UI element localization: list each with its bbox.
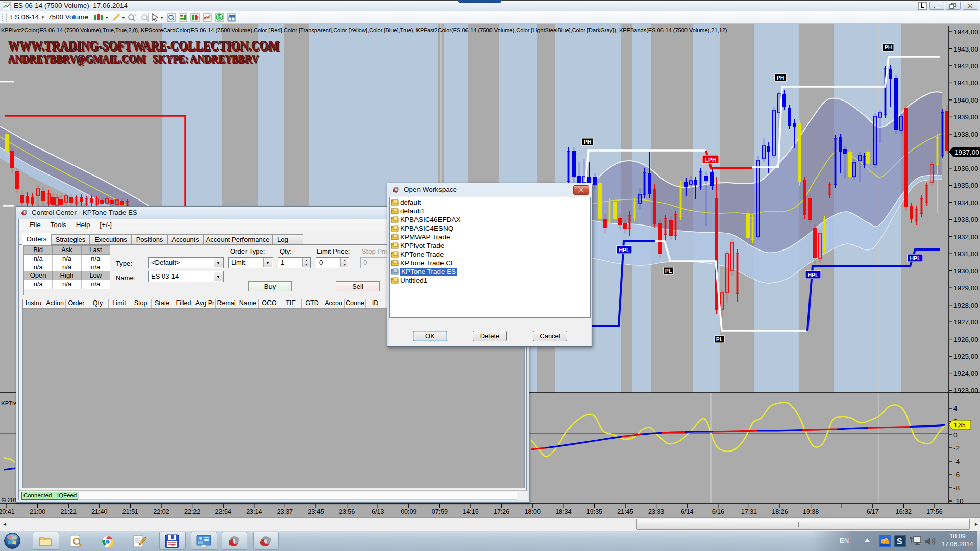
svg-text:23:37: 23:37 bbox=[277, 508, 293, 515]
svg-text:PH: PH bbox=[885, 44, 892, 51]
svg-text:PL: PL bbox=[716, 336, 723, 342]
svg-text:16:32: 16:32 bbox=[896, 508, 912, 515]
svg-text:$: $ bbox=[218, 14, 221, 20]
svg-text:HPL: HPL bbox=[808, 272, 819, 278]
svg-text:-8: -8 bbox=[953, 484, 960, 492]
svg-text:KPPivot2Color(ES 06-14 (7500 V: KPPivot2Color(ES 06-14 (7500 Volume),Tru… bbox=[1, 27, 727, 33]
svg-text:21:21: 21:21 bbox=[61, 508, 77, 515]
svg-text:64: 64 bbox=[171, 544, 174, 547]
svg-text:1934,00: 1934,00 bbox=[953, 199, 978, 207]
svg-text:-6: -6 bbox=[953, 471, 960, 479]
svg-text:S: S bbox=[897, 537, 902, 546]
svg-text:6/17: 6/17 bbox=[867, 508, 879, 515]
svg-text:6/16: 6/16 bbox=[712, 508, 724, 515]
svg-text:HPL: HPL bbox=[910, 255, 921, 261]
svg-text:1935,00: 1935,00 bbox=[953, 182, 978, 189]
svg-text:1938,00: 1938,00 bbox=[953, 131, 978, 138]
svg-text:22:54: 22:54 bbox=[215, 508, 231, 515]
svg-text:4: 4 bbox=[953, 405, 958, 412]
svg-text:-4: -4 bbox=[953, 458, 960, 465]
svg-text:1937,00: 1937,00 bbox=[954, 148, 979, 156]
svg-text:1939,00: 1939,00 bbox=[953, 113, 978, 121]
svg-text:1929,00: 1929,00 bbox=[953, 284, 978, 292]
svg-text:1926,00: 1926,00 bbox=[953, 336, 978, 343]
svg-text:20:41: 20:41 bbox=[0, 508, 15, 515]
svg-text:0: 0 bbox=[953, 431, 958, 439]
svg-text:1933,00: 1933,00 bbox=[953, 216, 978, 223]
svg-text:1927,00: 1927,00 bbox=[953, 318, 978, 326]
svg-text:21:51: 21:51 bbox=[122, 508, 138, 515]
svg-text:23:33: 23:33 bbox=[648, 508, 664, 515]
svg-text:1936,00: 1936,00 bbox=[953, 165, 978, 172]
svg-text:17:26: 17:26 bbox=[494, 508, 509, 515]
svg-text:22:02: 22:02 bbox=[153, 508, 169, 515]
svg-text:HPL: HPL bbox=[619, 247, 630, 253]
svg-text:PH: PH bbox=[584, 139, 592, 145]
svg-text:1,35: 1,35 bbox=[954, 422, 965, 428]
svg-text:1932,00: 1932,00 bbox=[953, 233, 978, 241]
svg-text:21:40: 21:40 bbox=[91, 508, 107, 515]
svg-text:23:45: 23:45 bbox=[308, 508, 324, 515]
svg-text:LPH: LPH bbox=[705, 157, 716, 163]
svg-text:PL: PL bbox=[665, 268, 672, 274]
svg-text:PH: PH bbox=[777, 74, 785, 81]
svg-text:21:45: 21:45 bbox=[617, 508, 633, 515]
svg-text:1943,00: 1943,00 bbox=[953, 45, 978, 53]
svg-text:1941,00: 1941,00 bbox=[953, 79, 978, 87]
svg-text:1923,00: 1923,00 bbox=[953, 387, 978, 394]
svg-text:6/13: 6/13 bbox=[372, 508, 384, 515]
svg-text:18:26: 18:26 bbox=[772, 508, 788, 515]
svg-text:19:35: 19:35 bbox=[586, 508, 602, 515]
svg-text:14:15: 14:15 bbox=[462, 508, 478, 515]
svg-text:-10: -10 bbox=[953, 497, 964, 505]
svg-text:23:56: 23:56 bbox=[339, 508, 355, 515]
svg-text:23:14: 23:14 bbox=[246, 508, 262, 515]
svg-text:-2: -2 bbox=[953, 444, 960, 452]
svg-text:1925,00: 1925,00 bbox=[953, 353, 978, 360]
svg-text:17:31: 17:31 bbox=[741, 508, 757, 515]
svg-text:1928,00: 1928,00 bbox=[953, 302, 978, 309]
svg-text:KPTre: KPTre bbox=[1, 400, 17, 406]
svg-text:1931,00: 1931,00 bbox=[953, 250, 978, 258]
svg-text:1924,00: 1924,00 bbox=[953, 370, 978, 378]
svg-text:21:00: 21:00 bbox=[30, 508, 45, 515]
svg-text:1942,00: 1942,00 bbox=[953, 62, 978, 70]
svg-text:00:09: 00:09 bbox=[401, 508, 416, 515]
svg-text:© 201: © 201 bbox=[2, 497, 17, 503]
svg-text:1940,00: 1940,00 bbox=[953, 96, 978, 104]
svg-text:18:34: 18:34 bbox=[555, 508, 571, 515]
svg-text:22:22: 22:22 bbox=[184, 508, 200, 515]
svg-text:18:00: 18:00 bbox=[525, 508, 541, 515]
svg-text:07:59: 07:59 bbox=[432, 508, 448, 515]
svg-text:1930,00: 1930,00 bbox=[953, 267, 978, 275]
svg-text:19:38: 19:38 bbox=[803, 508, 819, 515]
svg-text:6/14: 6/14 bbox=[681, 508, 693, 515]
svg-text:17:56: 17:56 bbox=[926, 508, 942, 515]
svg-text:1944,00: 1944,00 bbox=[953, 28, 978, 36]
svg-text:+: + bbox=[134, 13, 136, 18]
